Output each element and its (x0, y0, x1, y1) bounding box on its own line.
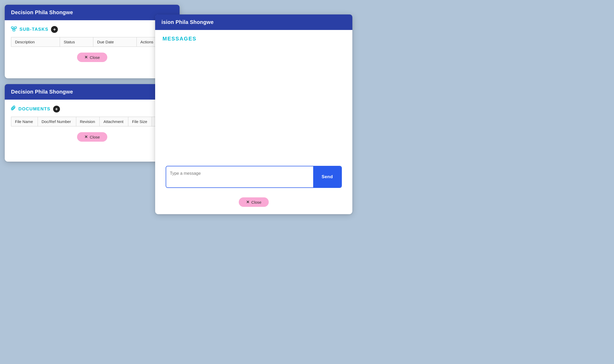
documents-card-header: Decision Phila Shongwe (5, 84, 180, 100)
col-file-name: File Name (11, 117, 38, 126)
subtasks-card-body: SUB-TASKS + Description Status Due Date … (5, 20, 180, 62)
subtasks-close-label: Close (90, 55, 100, 60)
col-doc-ref: Doc/Ref Number (38, 117, 76, 126)
subtasks-table: Description Status Due Date Actions (11, 37, 173, 47)
documents-card: Decision Phila Shongwe DOCUMENTS + File … (5, 84, 180, 162)
subtasks-close-button[interactable]: ✕ Close (77, 53, 107, 62)
close-x-icon: ✕ (84, 55, 88, 60)
subtasks-table-header-row: Description Status Due Date Actions (11, 37, 173, 47)
subtasks-card: Decision Phila Shongwe SUB-TASKS + (5, 5, 180, 78)
svg-rect-2 (13, 29, 15, 31)
documents-close-wrap: ✕ Close (11, 132, 173, 142)
messages-close-wrap: ✕ Close (155, 197, 352, 207)
subtasks-close-wrap: ✕ Close (11, 53, 173, 62)
col-due-date: Due Date (93, 37, 136, 47)
subtasks-add-button[interactable]: + (51, 26, 58, 33)
close-x-icon-2: ✕ (84, 135, 88, 139)
documents-close-button[interactable]: ✕ Close (77, 132, 107, 142)
send-button[interactable]: Send (313, 166, 341, 187)
documents-icon (11, 105, 16, 112)
message-input[interactable] (166, 166, 313, 187)
close-x-icon-3: ✕ (246, 200, 250, 204)
documents-section-label: DOCUMENTS (18, 106, 50, 112)
documents-table-header-row: File Name Doc/Ref Number Revision Attach… (11, 117, 173, 126)
subtasks-icon (11, 26, 17, 33)
col-status: Status (60, 37, 93, 47)
svg-rect-0 (11, 27, 13, 28)
messages-card: ision Phila Shongwe MESSAGES Send ✕ Clos… (155, 14, 352, 214)
documents-add-button[interactable]: + (53, 106, 60, 112)
message-input-container: Send (166, 166, 342, 188)
col-description: Description (11, 37, 60, 47)
col-revision: Revision (76, 117, 100, 126)
documents-title: Decision Phila Shongwe (11, 89, 73, 95)
svg-rect-1 (14, 27, 17, 28)
documents-section-header: DOCUMENTS + (11, 105, 173, 112)
messages-close-button[interactable]: ✕ Close (239, 197, 269, 207)
subtasks-card-header: Decision Phila Shongwe (5, 5, 180, 20)
messages-close-label: Close (251, 200, 261, 204)
subtasks-section-header: SUB-TASKS + (11, 26, 173, 33)
messages-title: ision Phila Shongwe (161, 19, 214, 25)
messages-label: MESSAGES (155, 30, 352, 42)
subtasks-title: Decision Phila Shongwe (11, 9, 73, 15)
col-file-size: File Size (128, 117, 152, 126)
messages-card-header: ision Phila Shongwe (155, 14, 352, 30)
documents-table: File Name Doc/Ref Number Revision Attach… (11, 117, 173, 126)
documents-close-label: Close (90, 135, 100, 139)
col-attachment: Attachment (100, 117, 128, 126)
documents-card-body: DOCUMENTS + File Name Doc/Ref Number Rev… (5, 100, 180, 142)
subtasks-section-label: SUB-TASKS (19, 27, 48, 32)
